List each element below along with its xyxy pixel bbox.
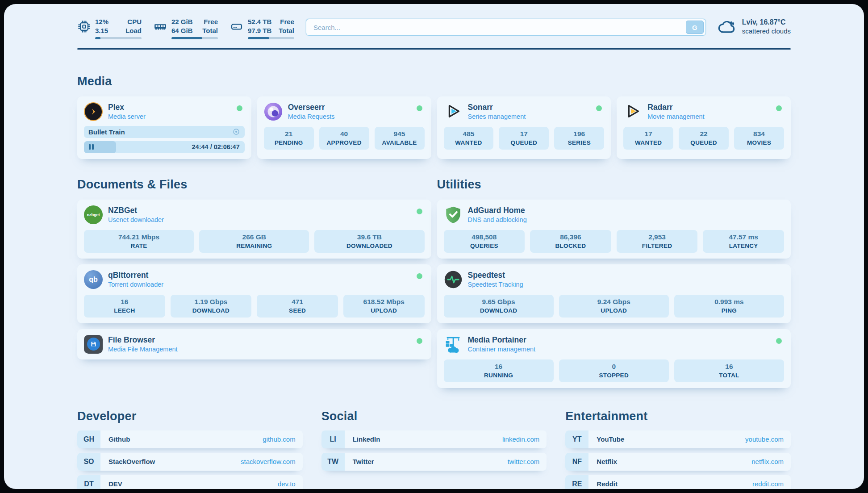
card-filebrowser: File Browser Media File Management	[77, 329, 431, 359]
status-dot	[776, 105, 782, 111]
link-label: DEV	[108, 480, 122, 488]
link-abbr: LI	[321, 430, 345, 448]
link-twitter[interactable]: TW Twitter twitter.com	[321, 453, 547, 471]
app-link-qbittorrent[interactable]: qb qBittorrent Torrent downloader	[84, 270, 425, 289]
link-netflix[interactable]: NF Netflix netflix.com	[565, 453, 791, 471]
stat-value: 40	[322, 130, 367, 138]
utilities-stack: AdGuard Home DNS and adblocking 498,508 …	[437, 200, 791, 388]
plex-titles: Plex Media server	[108, 103, 146, 120]
disk-free: 52.4 TB	[248, 17, 271, 26]
search-box: G	[306, 19, 706, 36]
ram-icon	[153, 20, 167, 33]
app-link-filebrowser[interactable]: File Browser Media File Management	[84, 335, 425, 354]
app-link-adguard[interactable]: AdGuard Home DNS and adblocking	[444, 205, 785, 224]
stat-label: DOWNLOAD	[447, 307, 551, 314]
app-subtitle: Speedtest Tracking	[468, 281, 523, 288]
stat-value: 744.21 Mbps	[87, 233, 191, 241]
stat-value: 471	[259, 298, 335, 306]
stat-value: 16	[677, 363, 781, 371]
app-link-portainer[interactable]: Media Portainer Container management	[444, 335, 785, 354]
ram-label-top: Free	[204, 17, 218, 26]
social-section: Social LI LinkedIn linkedin.com TW Twitt…	[321, 409, 547, 489]
stat-value: 9.65 Gbps	[447, 298, 551, 306]
app-subtitle: Container management	[468, 346, 536, 353]
search-engine-button[interactable]: G	[686, 21, 704, 34]
filebrowser-titles: File Browser Media File Management	[108, 335, 178, 353]
app-link-sonarr[interactable]: Sonarr Series management	[444, 102, 605, 121]
target-icon[interactable]	[232, 128, 240, 136]
card-plex: Plex Media server Bullet Train 24:44 / 0…	[77, 96, 251, 159]
app-link-speedtest[interactable]: Speedtest Speedtest Tracking	[444, 270, 785, 289]
link-linkedin[interactable]: LI LinkedIn linkedin.com	[321, 430, 547, 448]
stat-label: WANTED	[626, 139, 671, 146]
app-link-radarr[interactable]: Radarr Movie management	[623, 102, 784, 121]
stat-label: SEED	[259, 307, 335, 314]
card-radarr: Radarr Movie management 17 WANTED 22 QUE…	[617, 96, 791, 159]
link-url: github.com	[263, 435, 295, 443]
stat-latency: 47.57 ms LATENCY	[703, 230, 784, 253]
cpu-icon	[77, 20, 91, 33]
app-name: Radarr	[647, 103, 704, 112]
stat-value: 2,953	[619, 233, 695, 241]
stat-queued: 17 QUEUED	[499, 127, 549, 150]
status-dot	[237, 105, 242, 111]
search-input[interactable]	[313, 23, 686, 32]
status-dot	[417, 105, 422, 111]
cpu-metric: 12%CPU 3.15Load	[77, 17, 142, 39]
status-dot	[417, 209, 422, 214]
cpu-load: 3.15	[95, 26, 108, 35]
app-name: File Browser	[108, 335, 178, 344]
stat-available: 945 AVAILABLE	[375, 127, 425, 150]
entertainment-links: YT YouTube youtube.com NF Netflix netfli…	[565, 430, 791, 489]
link-github[interactable]: GH Github github.com	[77, 430, 303, 448]
app-name: qBittorrent	[108, 271, 163, 280]
card-adguard: AdGuard Home DNS and adblocking 498,508 …	[437, 200, 791, 259]
portainer-titles: Media Portainer Container management	[468, 335, 536, 353]
entertainment-section: Entertainment YT YouTube youtube.com NF …	[565, 409, 791, 489]
app-name: Sonarr	[468, 103, 526, 112]
stat-value: 16	[447, 363, 551, 371]
disk-readout: 52.4 TBFree 97.9 TBTotal	[248, 17, 294, 39]
app-link-nzbget[interactable]: nzbget NZBGet Usenet downloader	[84, 205, 425, 224]
stat-pending: 21 PENDING	[264, 127, 314, 150]
stat-label: APPROVED	[322, 139, 367, 146]
stat-value: 47.57 ms	[705, 233, 781, 241]
link-stackoverflow[interactable]: SO StackOverflow stackoverflow.com	[77, 453, 303, 471]
ram-progress-fill	[171, 37, 202, 39]
stat-label: DOWNLOADED	[317, 242, 421, 249]
card-qbittorrent: qb qBittorrent Torrent downloader 16 LEE…	[77, 264, 431, 323]
stat-queries: 498,508 QUERIES	[444, 230, 525, 253]
stat-label: BLOCKED	[533, 242, 609, 249]
app-link-overseerr[interactable]: Overseerr Media Requests	[264, 102, 425, 121]
stat-value: 0	[562, 363, 666, 371]
link-url: youtube.com	[745, 435, 784, 443]
stat-ping: 0.993 ms PING	[674, 295, 784, 318]
pause-icon[interactable]	[89, 144, 94, 150]
stat-value: 17	[501, 130, 546, 138]
card-portainer: Media Portainer Container management 16 …	[437, 329, 791, 388]
ram-readout: 22 GiBFree 64 GiBTotal	[171, 17, 218, 39]
link-youtube[interactable]: YT YouTube youtube.com	[565, 430, 791, 448]
app-link-plex[interactable]: Plex Media server	[84, 102, 245, 121]
stat-value: 39.6 TB	[317, 233, 421, 241]
link-dev[interactable]: DT DEV dev.to	[77, 475, 303, 489]
stat-value: 9.24 Gbps	[562, 298, 666, 306]
stat-label: PENDING	[267, 139, 311, 146]
media-grid: Plex Media server Bullet Train 24:44 / 0…	[77, 96, 791, 159]
nzbget-icon: nzbget	[84, 205, 103, 224]
link-abbr: NF	[565, 453, 588, 471]
ram-free: 22 GiB	[171, 17, 193, 26]
stat-upload: 618.52 Mbps UPLOAD	[343, 295, 425, 318]
ram-label-bottom: Total	[202, 26, 218, 35]
app-subtitle: DNS and adblocking	[468, 216, 527, 223]
weather-widget: Lviv, 16.87°C scattered clouds	[718, 18, 791, 35]
dashboard-page: 12%CPU 3.15Load 22 GiBFree 64 GiB	[4, 4, 864, 489]
radarr-stats: 17 WANTED 22 QUEUED 834 MOVIES	[623, 127, 784, 150]
stat-label: STOPPED	[562, 372, 666, 379]
app-subtitle: Media File Management	[108, 346, 178, 353]
ram-progress-track	[171, 37, 218, 39]
app-subtitle: Media Requests	[288, 113, 335, 120]
link-reddit[interactable]: RE Reddit reddit.com	[565, 475, 791, 489]
playback-progress-bar[interactable]: 24:44 / 02:06:47	[84, 141, 245, 153]
playback-time: 24:44 / 02:06:47	[192, 143, 240, 150]
